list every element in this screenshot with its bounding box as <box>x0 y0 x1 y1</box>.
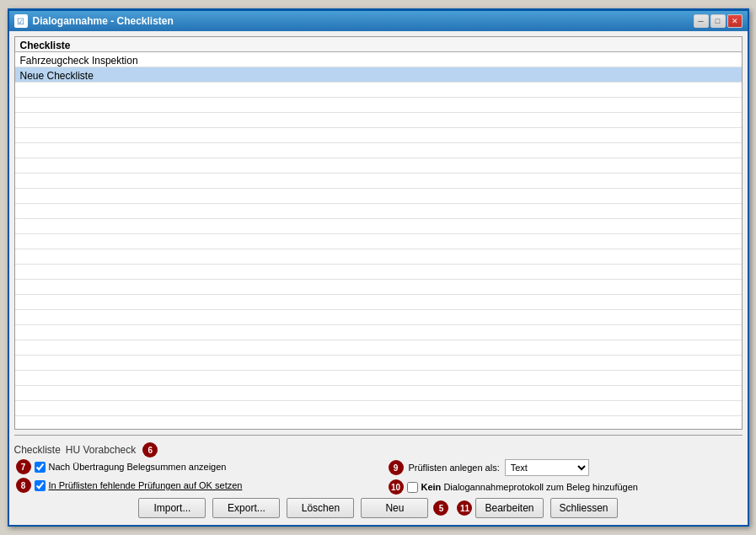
table-row <box>15 143 742 158</box>
table-row <box>15 401 742 416</box>
table-row <box>15 340 742 356</box>
pruflisten-label: Prüflisten anlegen als: <box>409 463 500 473</box>
checklist-table[interactable]: Checkliste Fahrzeugcheck Inspektion Neue… <box>14 36 743 430</box>
title-bar-controls: ─ □ ✕ <box>694 14 743 28</box>
bearbeiten-button-group: 11 Bearbeiten <box>455 498 543 518</box>
badge-6: 6 <box>142 442 158 457</box>
table-row <box>15 128 742 143</box>
checkbox-kein[interactable] <box>407 482 418 493</box>
window-icon: ☑ <box>14 14 28 28</box>
buttons-row: Import... Export... Löschen Neu 5 11 Bea… <box>14 495 743 520</box>
table-row[interactable]: Fahrzeugcheck Inspektion <box>15 52 742 67</box>
table-row <box>15 189 742 204</box>
table-row <box>15 280 742 295</box>
badge-11: 11 <box>457 500 472 516</box>
window-content: Checkliste Fahrzeugcheck Inspektion Neue… <box>9 31 748 525</box>
table-row <box>15 386 742 401</box>
checkbox-pruflisten-label[interactable]: In Prüflisten fehlende Prüfungen auf OK … <box>49 480 243 490</box>
checkbox-belegsummen[interactable] <box>35 462 46 473</box>
table-row <box>15 249 742 265</box>
options-row: 7 Nach Übertragung Belegsummen anzeigen … <box>14 459 743 495</box>
checkbox-kein-label[interactable]: Kein Dialogannahmeprotokoll zum Beleg hi… <box>421 482 638 492</box>
table-row <box>15 234 742 249</box>
badge-8: 8 <box>16 478 31 493</box>
table-row <box>15 98 742 113</box>
neu-button[interactable]: Neu <box>361 498 428 518</box>
title-bar-left: ☑ Dialogannahme - Checklisten <box>14 14 174 28</box>
checklist-label: Checkliste <box>14 444 61 456</box>
checklist-name-value: HU Vorabcheck <box>66 444 136 456</box>
table-row <box>15 219 742 234</box>
bearbeiten-button[interactable]: Bearbeiten <box>475 498 543 518</box>
bottom-section: Checkliste HU Vorabcheck 6 7 Nach Übertr… <box>14 435 743 520</box>
neu-button-group: Neu 5 <box>361 498 448 518</box>
import-button[interactable]: Import... <box>138 498 206 518</box>
table-row-selected[interactable]: Neue Checkliste <box>15 67 742 83</box>
table-row <box>15 83 742 98</box>
badge-5: 5 <box>433 500 448 516</box>
table-row <box>15 295 742 310</box>
table-row <box>15 265 742 280</box>
table-header-row: Checkliste <box>15 37 742 52</box>
checkbox-belegsummen-label[interactable]: Nach Übertragung Belegsummen anzeigen <box>49 462 227 472</box>
option-item-2: 8 In Prüflisten fehlende Prüfungen auf O… <box>14 478 370 493</box>
loeschen-button[interactable]: Löschen <box>287 498 354 518</box>
options-right: 9 Prüflisten anlegen als: Text HTML PDF … <box>387 459 743 495</box>
badge-9: 9 <box>389 460 404 475</box>
table-row <box>15 356 742 371</box>
options-left: 7 Nach Übertragung Belegsummen anzeigen … <box>14 459 370 493</box>
export-button[interactable]: Export... <box>212 498 280 518</box>
table-row <box>15 371 742 386</box>
table-row <box>15 113 742 128</box>
minimize-button[interactable]: ─ <box>694 14 709 28</box>
table-row <box>15 158 742 174</box>
kein-row: 10 Kein Dialogannahmeprotokoll zum Beleg… <box>387 479 743 495</box>
table-row <box>15 310 742 325</box>
table-row <box>15 325 742 340</box>
close-button[interactable]: ✕ <box>727 14 743 28</box>
checkbox-pruflisten[interactable] <box>35 480 46 491</box>
checklist-name-row: Checkliste HU Vorabcheck 6 <box>14 441 743 459</box>
table-row <box>15 416 742 430</box>
option-item-1: 7 Nach Übertragung Belegsummen anzeigen <box>14 459 370 474</box>
title-bar: ☑ Dialogannahme - Checklisten ─ □ ✕ <box>9 11 748 31</box>
badge-7: 7 <box>16 459 31 474</box>
main-window: ☑ Dialogannahme - Checklisten ─ □ ✕ Chec… <box>8 8 749 527</box>
window-title: Dialogannahme - Checklisten <box>33 15 174 27</box>
table-row <box>15 174 742 189</box>
badge-10: 10 <box>389 479 404 495</box>
maximize-button[interactable]: □ <box>710 14 726 28</box>
pruflisten-row: 9 Prüflisten anlegen als: Text HTML PDF <box>387 459 743 476</box>
schliessen-button[interactable]: Schliessen <box>550 498 618 518</box>
table-row <box>15 204 742 219</box>
pruflisten-select[interactable]: Text HTML PDF <box>505 459 589 476</box>
